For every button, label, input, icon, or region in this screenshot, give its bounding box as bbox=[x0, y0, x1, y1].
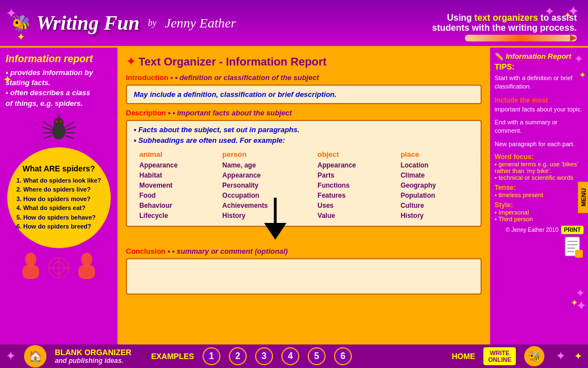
table-cell: Value bbox=[313, 211, 395, 220]
desc-box[interactable]: • Facts about the subject, set out in pa… bbox=[126, 120, 482, 227]
section-title: Information Report bbox=[506, 52, 571, 60]
pencil-decoration bbox=[465, 35, 577, 41]
style-title: Style: bbox=[495, 201, 584, 209]
svg-line-9 bbox=[65, 127, 76, 130]
word-focus1: • general terms e.g. use 'bikes' rather … bbox=[495, 161, 584, 174]
center-panel: ✦ Text Organizer - Information Report In… bbox=[117, 48, 490, 344]
question-1: 1. What do spiders look like? bbox=[16, 176, 101, 185]
col-header-person: person bbox=[218, 149, 312, 160]
example-btn-2[interactable]: 2 bbox=[229, 347, 247, 365]
tip2-text: important facts about your topic. bbox=[495, 106, 582, 113]
subheadings-table: animal person object place AppearanceNam… bbox=[134, 148, 474, 221]
star-left-panel: ✦ bbox=[3, 73, 12, 86]
star-icon-right1: ✦ bbox=[544, 4, 554, 19]
home-button[interactable]: HOME bbox=[451, 352, 475, 361]
tagline-prefix: Using bbox=[447, 13, 474, 22]
table-cell: Habitat bbox=[135, 171, 217, 180]
table-cell: Parts bbox=[313, 171, 395, 180]
svg-point-15 bbox=[81, 253, 92, 266]
table-cell: Appearance bbox=[313, 161, 395, 170]
examples-label: EXAMPLES bbox=[151, 352, 194, 361]
table-cell: Personality bbox=[218, 181, 312, 190]
svg-line-5 bbox=[42, 127, 52, 130]
tip4: New paragraph for each part. bbox=[495, 140, 584, 148]
header: ✦ ✦ 🐝 Writing Fun by Jenny Eather Using … bbox=[0, 0, 588, 48]
word-focus-title: Word focus: bbox=[495, 153, 584, 161]
example-btn-1[interactable]: 1 bbox=[203, 347, 220, 365]
header-tagline: Using text organizers to assist students… bbox=[432, 13, 577, 33]
circle-questions: 1. What do spiders look like? 2. Where d… bbox=[16, 176, 101, 231]
tip1: Start with a definition or brief classif… bbox=[495, 74, 584, 91]
menu-button[interactable]: MENU bbox=[578, 181, 588, 213]
question-3: 3. How do spiders move? bbox=[16, 194, 101, 204]
intro-text: May include a definition, classification… bbox=[134, 90, 474, 99]
example-btn-3[interactable]: 3 bbox=[255, 347, 273, 365]
star-bottom-right1: ✦ bbox=[556, 349, 566, 364]
spider-questions-circle: What ARE spiders? 1. What do spiders loo… bbox=[7, 147, 111, 248]
style1: • Impersonal bbox=[495, 209, 584, 216]
print-area[interactable]: © Jenny Eather 2010 PRINT bbox=[495, 226, 584, 234]
tense-value: • timeless present bbox=[495, 192, 584, 198]
table-cell: Behaviour bbox=[135, 201, 217, 210]
conclusion-label: Conclusion bbox=[126, 247, 166, 255]
desc-bullet2: • Subheadings are often used. For exampl… bbox=[134, 136, 474, 145]
star-right-top2: ✦ bbox=[579, 70, 586, 80]
question-6: 6. How do spiders breed? bbox=[16, 222, 101, 231]
logo-writing-fun: Writing Fun bbox=[36, 11, 139, 35]
example-btn-6[interactable]: 6 bbox=[334, 347, 352, 365]
write-online-button[interactable]: WRITE ONLINE bbox=[483, 347, 516, 365]
example-btn-4[interactable]: 4 bbox=[281, 347, 299, 365]
svg-point-3 bbox=[60, 120, 62, 123]
table-cell: Culture bbox=[396, 201, 473, 210]
spider-svg-icon bbox=[42, 111, 76, 142]
table-cell: Uses bbox=[313, 201, 395, 210]
svg-line-4 bbox=[43, 122, 52, 127]
table-cell: Location bbox=[396, 161, 473, 170]
svg-text:♪: ♪ bbox=[578, 251, 581, 257]
organizer-title: Text Organizer - Information Report bbox=[138, 55, 326, 68]
blank-organizer-label: BLANK ORGANIZER bbox=[55, 348, 131, 357]
table-cell: Functions bbox=[313, 181, 395, 190]
table-cell: Movement bbox=[135, 181, 217, 190]
star-bottom-left: ✦ bbox=[6, 349, 16, 364]
desc-section: Description • • important facts about th… bbox=[126, 109, 482, 227]
tense-section: Tense: • timeless present bbox=[495, 184, 584, 198]
intro-box[interactable]: May include a definition, classification… bbox=[126, 85, 482, 104]
table-cell: Food bbox=[135, 191, 217, 200]
desc-bullet1: • Facts about the subject, set out in pa… bbox=[134, 125, 474, 134]
tips-label: TIPS: bbox=[495, 62, 584, 71]
left-panel: ✦ Information report • provides informat… bbox=[0, 48, 117, 344]
intro-label: Introduction bbox=[126, 73, 168, 82]
svg-line-11 bbox=[65, 136, 73, 138]
circle-title: What ARE spiders? bbox=[22, 164, 95, 173]
bullet2: • often describes a class bbox=[6, 88, 112, 98]
copyright-text: © Jenny Eather 2010 bbox=[506, 227, 558, 233]
question-2: 2. Where do spiders live? bbox=[16, 185, 101, 194]
desc-label: Description bbox=[126, 109, 166, 117]
example-btn-5[interactable]: 5 bbox=[308, 347, 326, 365]
conclusion-header: Conclusion • • summary or comment (optio… bbox=[126, 247, 482, 255]
bee-bottom-icon: 🐝 bbox=[524, 346, 544, 366]
print-button[interactable]: PRINT bbox=[561, 226, 584, 234]
conclusion-subheader: • • summary or comment (optional) bbox=[167, 247, 288, 255]
svg-point-13 bbox=[25, 253, 36, 266]
conclusion-box[interactable] bbox=[126, 258, 482, 295]
conclusion-section: Conclusion • • summary or comment (optio… bbox=[126, 247, 482, 295]
blank-organizer-area[interactable]: BLANK ORGANIZER and publishing ideas. bbox=[55, 348, 131, 365]
svg-point-2 bbox=[55, 120, 58, 123]
star-right-bottom3: ✦ bbox=[576, 298, 587, 314]
table-cell: Lifecycle bbox=[135, 211, 217, 220]
bottom-bar: ✦ 🏠 BLANK ORGANIZER and publishing ideas… bbox=[0, 344, 588, 368]
svg-marker-22 bbox=[264, 223, 286, 240]
table-cell: Climate bbox=[396, 171, 473, 180]
table-cell: Appearance bbox=[218, 171, 312, 180]
logo-by: by bbox=[148, 18, 156, 28]
style-section: Style: • Impersonal • Third person bbox=[495, 201, 584, 222]
house-icon[interactable]: 🏠 bbox=[24, 345, 46, 367]
svg-line-8 bbox=[65, 122, 74, 127]
logo-author: Jenny Eather bbox=[165, 16, 236, 31]
svg-point-1 bbox=[54, 118, 64, 128]
desc-header: Description • • important facts about th… bbox=[126, 109, 482, 117]
silhouette-area bbox=[6, 251, 112, 287]
tip3: End with a summary or comment. bbox=[495, 118, 584, 136]
